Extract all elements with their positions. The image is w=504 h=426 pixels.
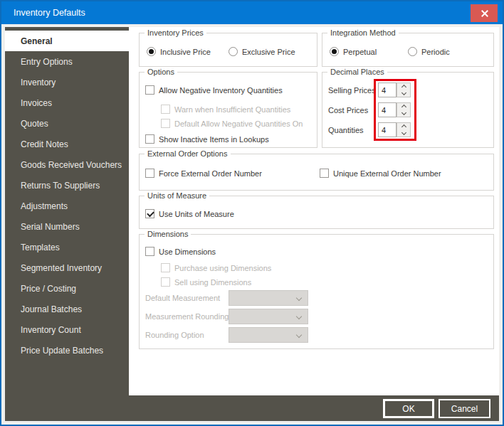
checkbox-show-inactive-items[interactable]: Show Inactive Items in Lookups [145, 134, 269, 144]
selling-prices-input[interactable]: 4 [378, 82, 397, 97]
group-title: Decimal Places [327, 67, 387, 77]
radio-indicator [229, 47, 238, 56]
group-title: External Order Options [145, 149, 231, 159]
sidebar: General Entry Options Inventory Invoices… [5, 27, 129, 421]
rounding-option-dropdown [229, 327, 308, 343]
radio-periodic[interactable]: Periodic [408, 47, 450, 56]
checkbox-box [145, 134, 154, 144]
group-decimal-places: Decimal Places Selling Prices 4 Cost Pri… [322, 72, 494, 148]
checkbox-label: Purchase using Dimensions [174, 264, 271, 272]
sidebar-item-entry-options[interactable]: Entry Options [5, 51, 129, 72]
group-title: Units of Measure [145, 191, 209, 201]
group-external-order-options: External Order Options Force External Or… [139, 154, 494, 191]
group-title: Dimensions [145, 229, 191, 239]
selling-prices-spin-buttons[interactable] [397, 82, 411, 97]
checkbox-box [161, 277, 170, 287]
footer-bar: OK Cancel [5, 395, 499, 421]
sidebar-item-serial-numbers[interactable]: Serial Numbers [5, 216, 129, 237]
radio-exclusive-price[interactable]: Exclusive Price [229, 47, 295, 56]
spin-up-icon [401, 105, 406, 110]
radio-label: Periodic [421, 48, 450, 56]
checkbox-label: Force External Order Number [159, 169, 262, 178]
sidebar-item-adjustments[interactable]: Adjustments [5, 196, 129, 216]
measurement-rounding-label: Measurement Rounding [145, 309, 229, 324]
cost-prices-spinner: 4 [378, 102, 411, 117]
checkbox-box [145, 209, 154, 218]
quantities-spin-buttons[interactable] [397, 122, 411, 137]
checkbox-use-dimensions[interactable]: Use Dimensions [145, 247, 216, 256]
inventory-defaults-dialog: Inventory Defaults General Entry Options… [0, 0, 504, 426]
checkbox-use-units-of-measure[interactable]: Use Units of Measure [145, 209, 234, 218]
spin-up-icon [401, 124, 406, 129]
cost-prices-spin-buttons[interactable] [397, 102, 411, 117]
group-units-of-measure: Units of Measure Use Units of Measure [139, 196, 494, 229]
checkbox-label: Unique External Order Number [333, 169, 441, 178]
close-button[interactable] [471, 4, 498, 22]
radio-inclusive-price[interactable]: Inclusive Price [147, 47, 211, 56]
checkbox-purchase-using-dimensions: Purchase using Dimensions [161, 263, 271, 272]
group-inventory-prices: Inventory Prices Inclusive Price Exclusi… [139, 33, 317, 67]
sidebar-item-credit-notes[interactable]: Credit Notes [5, 134, 129, 154]
rounding-option-label: Rounding Option [145, 327, 204, 343]
cost-prices-input[interactable]: 4 [378, 102, 397, 117]
checkbox-box [145, 169, 154, 178]
checkbox-box [161, 263, 170, 272]
radio-perpetual[interactable]: Perpetual [330, 47, 377, 56]
quantities-label: Quantities [328, 122, 364, 137]
checkbox-box [161, 119, 170, 128]
group-title: Integration Method [327, 28, 399, 38]
sidebar-item-inventory-count[interactable]: Inventory Count [5, 319, 129, 340]
checkbox-default-allow-negative: Default Allow Negative Quantities On [161, 119, 303, 128]
sidebar-item-inventory[interactable]: Inventory [5, 72, 129, 92]
cancel-button[interactable]: Cancel [439, 399, 490, 418]
checkbox-label: Use Units of Measure [159, 210, 234, 218]
checkbox-allow-negative-quantities[interactable]: Allow Negative Inventory Quantities [145, 85, 283, 95]
checkbox-box [145, 85, 154, 95]
selling-prices-label: Selling Prices [328, 82, 376, 97]
ok-button[interactable]: OK [383, 399, 434, 418]
radio-indicator [330, 47, 339, 56]
sidebar-item-templates[interactable]: Templates [5, 237, 129, 257]
sidebar-item-journal-batches[interactable]: Journal Batches [5, 299, 129, 319]
radio-label: Exclusive Price [242, 48, 295, 56]
group-title: Inventory Prices [145, 28, 206, 38]
cost-prices-label: Cost Prices [328, 102, 368, 117]
chevron-down-icon [296, 314, 302, 319]
sidebar-item-returns-to-suppliers[interactable]: Returns To Suppliers [5, 175, 129, 196]
checkbox-box [320, 169, 329, 178]
measurement-rounding-dropdown [229, 309, 308, 324]
checkbox-label: Allow Negative Inventory Quantities [159, 86, 283, 95]
group-title: Options [145, 67, 177, 77]
sidebar-item-general[interactable]: General [5, 31, 129, 51]
dropdown-value [229, 331, 233, 339]
window-title: Inventory Defaults [14, 8, 85, 18]
checkbox-label: Warn when Insufficient Quantities [174, 105, 290, 114]
sidebar-item-goods-received-vouchers[interactable]: Goods Received Vouchers [5, 154, 129, 175]
title-bar[interactable]: Inventory Defaults [1, 1, 503, 24]
chevron-down-icon [296, 295, 302, 301]
checkbox-warn-insufficient-quantities: Warn when Insufficient Quantities [161, 105, 290, 114]
sidebar-item-segmented-inventory[interactable]: Segmented Inventory [5, 257, 129, 278]
checkbox-label: Sell using Dimensions [174, 278, 251, 287]
group-dimensions: Dimensions Use Dimensions Purchase using… [139, 234, 494, 349]
spin-down-icon [401, 110, 406, 115]
checkbox-box [145, 247, 154, 256]
sidebar-item-price-update-batches[interactable]: Price Update Batches [5, 340, 129, 361]
checkbox-label: Use Dimensions [159, 247, 216, 256]
default-measurement-label: Default Measurement [145, 290, 220, 306]
checkbox-sell-using-dimensions: Sell using Dimensions [161, 277, 251, 287]
checkbox-label: Default Allow Negative Quantities On [174, 119, 303, 128]
dropdown-value [229, 312, 233, 321]
checkbox-force-external-order-number[interactable]: Force External Order Number [145, 169, 262, 178]
sidebar-item-invoices[interactable]: Invoices [5, 92, 129, 113]
checkbox-label: Show Inactive Items in Lookups [159, 135, 269, 144]
group-integration-method: Integration Method Perpetual Periodic [322, 33, 494, 67]
sidebar-item-quotes[interactable]: Quotes [5, 113, 129, 134]
quantities-input[interactable]: 4 [378, 122, 397, 137]
checkbox-unique-external-order-number[interactable]: Unique External Order Number [320, 169, 441, 178]
chevron-down-icon [296, 332, 302, 338]
selling-prices-spinner: 4 [378, 82, 411, 97]
radio-label: Perpetual [343, 48, 377, 56]
sidebar-item-price-costing[interactable]: Price / Costing [5, 278, 129, 299]
radio-label: Inclusive Price [160, 48, 211, 56]
